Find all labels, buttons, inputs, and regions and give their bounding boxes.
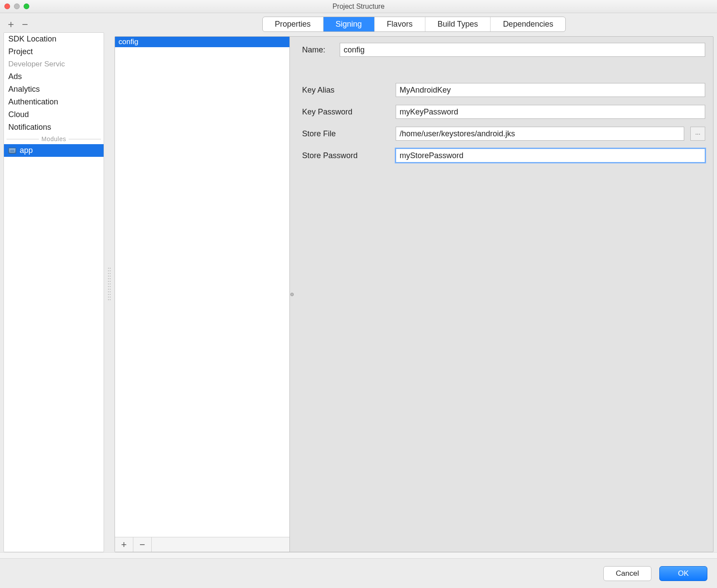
- signing-form: Name: Key Alias Key Password Store File: [294, 37, 713, 552]
- label-key-password: Key Password: [302, 107, 390, 117]
- signing-config-list-body[interactable]: config: [115, 37, 289, 537]
- ok-button[interactable]: OK: [659, 566, 707, 581]
- status-bar: [0, 552, 717, 558]
- minimize-icon[interactable]: [14, 3, 20, 9]
- browse-store-file-button[interactable]: ···: [690, 127, 705, 141]
- tab-dependencies[interactable]: Dependencies: [491, 17, 565, 31]
- tabs-row: Properties Signing Flavors Build Types D…: [115, 17, 714, 32]
- tab-flavors[interactable]: Flavors: [375, 17, 425, 31]
- form-spacer: [302, 65, 705, 75]
- window-title: Project Structure: [0, 3, 717, 10]
- sidebar-item-cloud[interactable]: Cloud: [4, 108, 104, 121]
- input-store-file[interactable]: [396, 127, 684, 141]
- cancel-button[interactable]: Cancel: [603, 566, 651, 581]
- right-panel: Properties Signing Flavors Build Types D…: [115, 17, 714, 552]
- input-key-alias[interactable]: [396, 83, 705, 97]
- remove-module-button[interactable]: −: [22, 18, 28, 31]
- row-key-password: Key Password: [302, 105, 705, 119]
- sidebar-section-modules: Modules: [4, 134, 104, 144]
- sidebar-item-authentication[interactable]: Authentication: [4, 96, 104, 108]
- tab-properties[interactable]: Properties: [263, 17, 324, 31]
- sidebar-section-developer-services: Developer Servic: [4, 58, 104, 70]
- maximize-icon[interactable]: [24, 3, 29, 9]
- row-key-alias: Key Alias: [302, 83, 705, 97]
- input-name[interactable]: [340, 43, 705, 57]
- sidebar: + − SDK Location Project Developer Servi…: [3, 17, 104, 552]
- tab-signing[interactable]: Signing: [324, 17, 375, 31]
- sidebar-list: SDK Location Project Developer Servic Ad…: [3, 32, 104, 552]
- label-store-password: Store Password: [302, 151, 390, 160]
- input-key-password[interactable]: [396, 105, 705, 119]
- add-module-button[interactable]: +: [8, 18, 14, 31]
- tab-build-types[interactable]: Build Types: [425, 17, 491, 31]
- splitter-handle-icon: [290, 293, 294, 296]
- sidebar-item-project[interactable]: Project: [4, 45, 104, 58]
- sidebar-module-label: app: [20, 146, 33, 155]
- signing-config-item[interactable]: config: [115, 37, 289, 47]
- sidebar-item-analytics[interactable]: Analytics: [4, 83, 104, 96]
- project-structure-window: Project Structure + − SDK Location Proje…: [0, 0, 717, 588]
- dialog-body: + − SDK Location Project Developer Servi…: [0, 13, 717, 552]
- signing-panel: config + − Name:: [115, 36, 714, 552]
- titlebar: Project Structure: [0, 0, 717, 13]
- signing-config-toolbar: + −: [115, 537, 289, 552]
- label-key-alias: Key Alias: [302, 86, 390, 95]
- add-config-button[interactable]: +: [115, 537, 133, 552]
- sidebar-splitter[interactable]: [108, 17, 111, 552]
- label-name: Name:: [302, 45, 334, 55]
- remove-config-button[interactable]: −: [133, 537, 152, 552]
- close-icon[interactable]: [4, 3, 10, 9]
- sidebar-toolbar: + −: [3, 17, 104, 32]
- sidebar-item-ads[interactable]: Ads: [4, 70, 104, 83]
- modules-header-label: Modules: [42, 135, 66, 142]
- row-store-password: Store Password: [302, 149, 705, 163]
- sidebar-item-sdk-location[interactable]: SDK Location: [4, 33, 104, 45]
- config-splitter[interactable]: [290, 37, 294, 552]
- dialog-footer: Cancel OK: [0, 558, 717, 588]
- signing-config-list: config + −: [115, 37, 290, 552]
- row-name: Name:: [302, 43, 705, 57]
- sidebar-module-app[interactable]: app: [4, 144, 104, 157]
- row-store-file: Store File ···: [302, 127, 705, 141]
- sidebar-item-notifications[interactable]: Notifications: [4, 121, 104, 134]
- module-icon: [8, 148, 16, 154]
- input-store-password[interactable]: [396, 149, 705, 163]
- label-store-file: Store File: [302, 129, 390, 138]
- window-controls: [4, 3, 29, 9]
- tabs: Properties Signing Flavors Build Types D…: [262, 17, 566, 32]
